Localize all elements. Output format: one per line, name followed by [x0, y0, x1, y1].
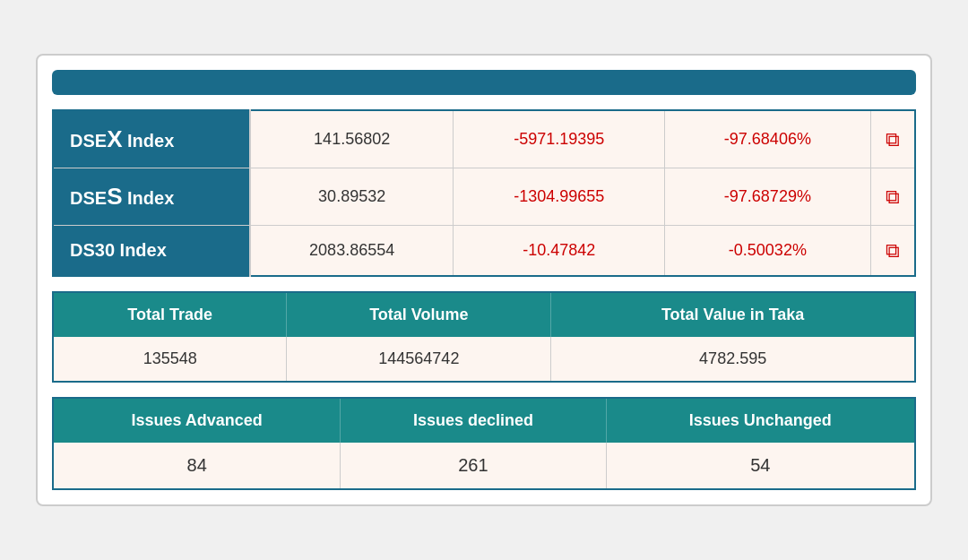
index-value-0: 141.56802 [250, 110, 454, 168]
issues-value-unchanged: 54 [606, 443, 915, 489]
index-change-2: -10.47842 [454, 226, 665, 277]
issues-value-row: 84 261 54 [53, 443, 915, 489]
index-pct-2: -0.50032% [665, 226, 870, 277]
stats-header-volume: Total Volume [287, 292, 551, 337]
stats-value-taka: 4782.595 [551, 337, 915, 382]
issues-value-declined: 261 [341, 443, 606, 489]
stats-header-trade: Total Trade [53, 292, 287, 337]
index-change-0: -5971.19395 [454, 110, 665, 168]
stats-value-volume: 144564742 [287, 337, 551, 382]
issues-table: Issues Advanced Issues declined Issues U… [52, 397, 916, 490]
stats-table: Total Trade Total Volume Total Value in … [52, 291, 916, 383]
issues-header-declined: Issues declined [341, 398, 606, 443]
stats-value-row: 135548 144564742 4782.595 [53, 337, 915, 382]
double-chevron-down-icon-2: ⧉ [870, 226, 915, 277]
last-update-header [52, 70, 916, 95]
main-card: DSEX Index 141.56802-5971.19395-97.68406… [36, 54, 932, 506]
index-value-2: 2083.86554 [250, 226, 454, 277]
issues-value-advanced: 84 [53, 443, 341, 489]
issues-header-unchanged: Issues Unchanged [606, 398, 915, 443]
index-value-1: 30.89532 [250, 168, 454, 226]
stats-header-value: Total Value in Taka [551, 292, 915, 337]
double-chevron-down-icon-1: ⧉ [870, 168, 915, 226]
issues-header-advanced: Issues Advanced [53, 398, 341, 443]
issues-header-row: Issues Advanced Issues declined Issues U… [53, 398, 915, 443]
index-change-1: -1304.99655 [454, 168, 665, 226]
index-table: DSEX Index 141.56802-5971.19395-97.68406… [52, 109, 916, 277]
double-chevron-down-icon-0: ⧉ [870, 110, 915, 168]
stats-value-trade: 135548 [53, 337, 287, 382]
index-row-0: DSEX Index 141.56802-5971.19395-97.68406… [53, 110, 915, 168]
stats-header-row: Total Trade Total Volume Total Value in … [53, 292, 915, 337]
index-name-1: DSES Index [53, 168, 250, 226]
index-row-1: DSES Index 30.89532-1304.99655-97.68729%… [53, 168, 915, 226]
index-name-0: DSEX Index [53, 110, 250, 168]
index-name-2: DS30 Index [53, 226, 250, 277]
index-row-2: DS30 Index 2083.86554-10.47842-0.50032%⧉ [53, 226, 915, 277]
index-pct-0: -97.68406% [665, 110, 870, 168]
index-pct-1: -97.68729% [665, 168, 870, 226]
